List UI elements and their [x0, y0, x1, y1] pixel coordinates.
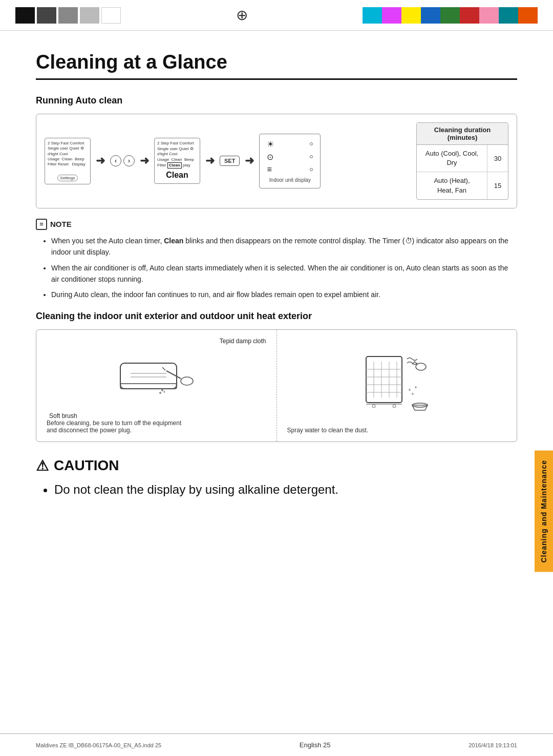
color-block-red	[460, 7, 479, 24]
compass-icon: ⊕	[121, 7, 363, 24]
right-caption: Spray water to clean the dust.	[287, 427, 507, 434]
display-dot-1	[310, 142, 313, 145]
color-block-green	[440, 7, 460, 24]
settings-button[interactable]: Settings	[57, 175, 78, 181]
color-block-white	[101, 7, 121, 24]
display-row-2: ⊙	[267, 152, 313, 162]
color-block-dark	[37, 7, 56, 24]
illus-left: Soft brush Tepid damp cloth Before clean…	[36, 330, 277, 442]
brush-label: Soft brush	[49, 412, 77, 419]
indoor-unit-display: ☀ ⊙ ≡ Indoor unit display	[259, 134, 321, 188]
display-wind-icon: ≡	[267, 165, 271, 174]
section-auto-clean-heading: Running Auto clean	[36, 95, 517, 106]
duration-mins-2: 15	[487, 178, 508, 194]
color-block-pink	[479, 7, 499, 24]
note-list: When you set the Auto clean timer, Clean…	[36, 235, 517, 301]
clean-big-label: Clean	[157, 171, 197, 180]
nav-right-button[interactable]: ›	[123, 155, 135, 166]
duration-row-1: Auto (Cool), Cool,Dry 30	[417, 145, 508, 172]
color-blocks-right	[363, 7, 538, 24]
illus-drawing-right	[287, 338, 507, 427]
duration-header: Cleaning duration(minutes)	[417, 123, 508, 145]
display-row-1: ☀	[267, 139, 313, 149]
display-dot-2	[310, 155, 313, 158]
svg-point-23	[393, 405, 396, 408]
duration-mins-1: 30	[487, 151, 508, 166]
color-block-blue	[421, 7, 440, 24]
footer-date-info: 2016/4/18 19:13:01	[469, 742, 517, 748]
indoor-unit-svg	[115, 353, 197, 404]
left-caption: Before cleaning, be sure to turn off the…	[47, 419, 266, 434]
note-item-3: During Auto clean, the indoor fan contin…	[51, 289, 517, 300]
auto-clean-diagram: 2 Step Fast ComfortSingle user Quiet ⚙d'…	[36, 114, 517, 208]
main-content: Cleaning at a Glance Running Auto clean …	[0, 31, 553, 519]
caution-item-1: Do not clean the display by using alkali…	[54, 480, 517, 499]
cloth-label: Tepid damp cloth	[220, 338, 266, 345]
side-tab: Cleaning and Maintenance	[535, 451, 553, 572]
svg-point-8	[159, 392, 161, 394]
svg-point-4	[181, 377, 193, 385]
footer-file-info: Maldives ZE IB_DB68-06175A-00_EN_A5.indd…	[36, 742, 161, 748]
nav-buttons: ‹ ›	[110, 155, 135, 166]
caution-list: Do not clean the display by using alkali…	[36, 480, 517, 499]
set-button[interactable]: SET	[220, 156, 240, 166]
arrow-4: ➜	[245, 154, 254, 167]
svg-line-5	[166, 371, 181, 379]
svg-rect-0	[120, 363, 177, 389]
footer-page-info: English 25	[300, 741, 331, 749]
clean-bold-1: Clean	[164, 237, 183, 245]
remote-box-2: 2 Step Fast ComfortSingle user Quiet ⚙d'…	[154, 138, 200, 184]
color-block-teal	[499, 7, 518, 24]
display-row-3: ≡	[267, 165, 313, 174]
remote-box-1: 2 Step Fast ComfortSingle user Quiet ⚙d'…	[45, 138, 91, 184]
svg-point-9	[164, 391, 165, 392]
duration-mode-2: Auto (Heat),Heat, Fan	[417, 172, 487, 199]
svg-point-7	[161, 389, 163, 391]
top-bar: ⊕	[0, 0, 553, 31]
page-footer: Maldives ZE IB_DB68-06175A-00_EN_A5.indd…	[0, 733, 553, 756]
duration-mode-1: Auto (Cool), Cool,Dry	[417, 145, 487, 172]
color-block-black	[15, 7, 35, 24]
exterior-section-heading: Cleaning the indoor unit exterior and ou…	[36, 311, 517, 322]
note-label: NOTE	[50, 220, 72, 228]
duration-table: Cleaning duration(minutes) Auto (Cool), …	[416, 122, 508, 200]
illus-drawing-left: Soft brush Tepid damp cloth	[47, 338, 266, 419]
color-block-light	[80, 7, 99, 24]
color-block-magenta	[382, 7, 401, 24]
color-blocks-left	[15, 7, 121, 24]
indoor-display-label: Indoor unit display	[267, 177, 313, 183]
svg-rect-1	[120, 384, 177, 389]
display-timer-icon: ⊙	[267, 152, 273, 162]
page-title: Cleaning at a Glance	[36, 51, 517, 80]
outdoor-unit-svg	[364, 349, 430, 415]
steps-area: 2 Step Fast ComfortSingle user Quiet ⚙d'…	[45, 134, 416, 188]
remote1-text: 2 Step Fast ComfortSingle user Quiet ⚙d'…	[48, 141, 88, 167]
color-block-med	[58, 7, 78, 24]
nav-left-button[interactable]: ‹	[110, 155, 121, 166]
illustration-box: Soft brush Tepid damp cloth Before clean…	[36, 329, 517, 442]
arrow-2: ➜	[140, 154, 149, 167]
arrow-3: ➜	[205, 154, 215, 167]
svg-point-22	[372, 405, 375, 408]
display-dot-3	[310, 168, 313, 171]
caution-header: ⚠ CAUTION	[36, 457, 517, 474]
color-block-cyan	[363, 7, 382, 24]
arrow-1: ➜	[96, 154, 105, 167]
note-item-1: When you set the Auto clean timer, Clean…	[51, 235, 517, 258]
note-item-2: When the air conditioner is off, Auto cl…	[51, 262, 517, 285]
clean-small-label: Clean	[167, 162, 182, 169]
display-sun-icon: ☀	[267, 139, 274, 149]
note-section: ≡ NOTE When you set the Auto clean timer…	[36, 219, 517, 301]
color-block-orange	[518, 7, 538, 24]
caution-label: CAUTION	[54, 457, 119, 474]
svg-line-6	[162, 367, 165, 370]
remote2-text: 2 Step Fast ComfortSingle user Quiet ⚙d'…	[157, 141, 197, 169]
note-header: ≡ NOTE	[36, 219, 517, 230]
note-icon: ≡	[36, 219, 47, 230]
svg-point-19	[416, 363, 426, 370]
color-block-yellow	[401, 7, 421, 24]
caution-section: ⚠ CAUTION Do not clean the display by us…	[36, 457, 517, 499]
caution-triangle-icon: ⚠	[36, 457, 49, 474]
illus-right: Spray water to clean the dust.	[277, 330, 517, 442]
duration-row-2: Auto (Heat),Heat, Fan 15	[417, 172, 508, 199]
